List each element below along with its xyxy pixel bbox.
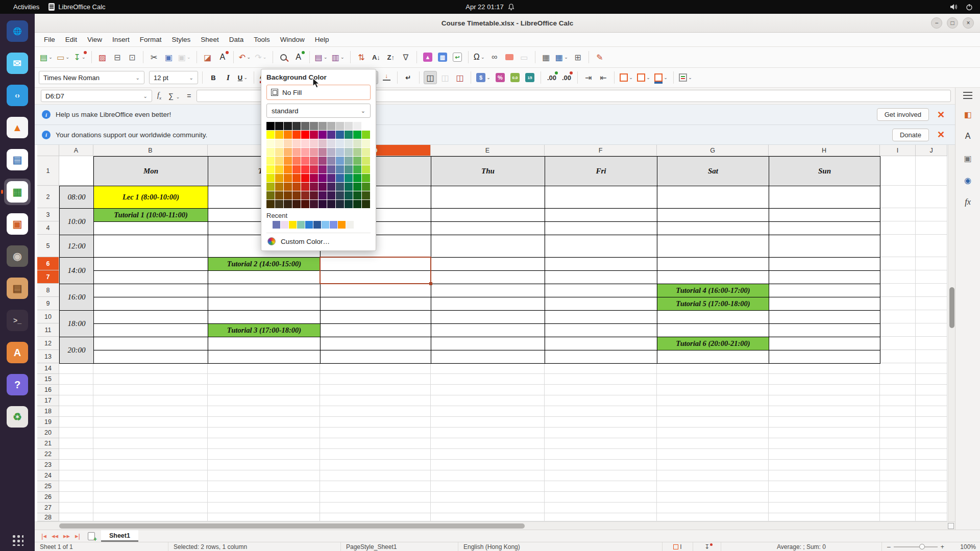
palette-swatch[interactable] — [301, 122, 309, 130]
date-format-icon[interactable]: 15 — [523, 71, 536, 84]
timetable-entry[interactable]: Tutorial 3 (17:00-18:00) — [208, 324, 321, 337]
unmerge-cells-icon[interactable]: ◫ — [453, 71, 467, 84]
row-header-12[interactable]: 12 — [37, 337, 59, 350]
palette-swatch[interactable] — [336, 191, 344, 199]
palette-swatch[interactable] — [318, 122, 327, 130]
palette-swatch[interactable] — [345, 157, 353, 165]
palette-swatch[interactable] — [266, 122, 275, 130]
palette-swatch[interactable] — [275, 200, 283, 208]
cell-D23[interactable] — [320, 460, 431, 470]
cell-G14[interactable] — [657, 363, 769, 374]
cell-C21[interactable] — [208, 438, 320, 449]
cell-A22[interactable] — [59, 449, 93, 460]
palette-swatch[interactable] — [310, 174, 318, 182]
styles-icon[interactable]: A — [961, 130, 974, 143]
currency-format-icon[interactable]: $⌄ — [475, 71, 492, 84]
cell-H18[interactable] — [769, 406, 880, 417]
row-header-26[interactable]: 26 — [37, 492, 59, 503]
palette-swatch[interactable] — [284, 200, 292, 208]
timetable-entry[interactable]: Tutorial 1 (10:00-11:00) — [94, 209, 208, 222]
zoom-slider[interactable]: –+ — [882, 542, 953, 551]
freeze-rows-columns-dropdown-icon[interactable]: ⌄ — [564, 55, 569, 60]
palette-swatch[interactable] — [362, 139, 370, 147]
palette-swatch[interactable] — [353, 200, 361, 208]
cell-J24[interactable] — [916, 470, 947, 481]
column-header-I[interactable]: I — [880, 145, 916, 156]
cell-I23[interactable] — [880, 460, 916, 470]
time-label-10:00[interactable]: 10:00 — [59, 208, 94, 235]
palette-swatch[interactable] — [301, 139, 309, 147]
timetable-cell-F10[interactable] — [545, 311, 657, 324]
timetable-cell-D10[interactable] — [321, 311, 431, 324]
palette-swatch[interactable] — [353, 148, 361, 156]
cell-I5[interactable] — [880, 235, 916, 257]
palette-swatch[interactable] — [362, 191, 370, 199]
power-icon[interactable] — [966, 4, 973, 11]
cell-J8[interactable] — [916, 284, 947, 297]
palette-swatch[interactable] — [284, 148, 292, 156]
cell-F22[interactable] — [545, 449, 657, 460]
palette-swatch[interactable] — [362, 183, 370, 191]
cell-A14[interactable] — [59, 363, 93, 374]
palette-swatch[interactable] — [336, 183, 344, 191]
palette-swatch[interactable] — [345, 148, 353, 156]
first-sheet-icon[interactable]: |◂ — [40, 532, 48, 540]
print-preview-icon[interactable]: ⊡ — [126, 51, 139, 64]
timetable-cell-B7[interactable] — [94, 271, 208, 284]
palette-swatch[interactable] — [318, 200, 327, 208]
timetable-cell-E11[interactable] — [431, 324, 545, 337]
properties-icon[interactable]: ◧ — [961, 108, 974, 121]
palette-swatch[interactable] — [362, 165, 370, 173]
cell-B19[interactable] — [93, 417, 208, 428]
menu-help[interactable]: Help — [310, 34, 334, 45]
palette-swatch[interactable] — [362, 157, 370, 165]
timetable-cell-H11[interactable] — [769, 324, 880, 337]
row-header-3[interactable]: 3 — [37, 208, 59, 221]
cell-I22[interactable] — [880, 449, 916, 460]
cell-C23[interactable] — [208, 460, 320, 470]
cell-F19[interactable] — [545, 417, 657, 428]
cell-G23[interactable] — [657, 460, 769, 470]
close-button[interactable]: × — [963, 17, 974, 29]
timetable-cell-E7[interactable] — [431, 271, 545, 284]
cell-D27[interactable] — [320, 503, 431, 513]
palette-swatch[interactable] — [275, 148, 283, 156]
palette-swatch[interactable] — [310, 139, 318, 147]
palette-swatch[interactable] — [301, 200, 309, 208]
cell-I2[interactable] — [880, 186, 916, 208]
align-bottom-icon[interactable]: ↓ — [380, 71, 393, 84]
menu-view[interactable]: View — [82, 34, 107, 45]
palette-swatch[interactable] — [284, 165, 292, 173]
cell-B17[interactable] — [93, 395, 208, 406]
cell-H28[interactable] — [769, 513, 880, 521]
cell-D28[interactable] — [320, 513, 431, 521]
palette-swatch[interactable] — [284, 139, 292, 147]
cell-J15[interactable] — [916, 374, 947, 385]
cell-J23[interactable] — [916, 460, 947, 470]
timetable-cell-H5[interactable] — [769, 235, 880, 258]
palette-swatch[interactable] — [327, 165, 335, 173]
timetable-cell-H2[interactable] — [769, 186, 880, 209]
insert-comment-icon[interactable] — [503, 51, 516, 64]
cell-I4[interactable] — [880, 221, 916, 235]
timetable-cell-E2[interactable] — [431, 186, 545, 209]
dock-item-thunderbird[interactable]: ✉ — [4, 50, 31, 77]
palette-swatch[interactable] — [310, 148, 318, 156]
recent-swatch[interactable] — [322, 221, 329, 229]
recent-swatch[interactable] — [313, 221, 321, 229]
title-bar[interactable]: Course Timetable.xlsx - LibreOffice Calc… — [35, 14, 980, 33]
cell-B22[interactable] — [93, 449, 208, 460]
column-header-E[interactable]: E — [431, 145, 545, 156]
timetable-cell-B5[interactable] — [94, 235, 208, 258]
cell-B14[interactable] — [93, 363, 208, 374]
merge-cells-icon[interactable]: ◫ — [438, 71, 452, 84]
palette-swatch[interactable] — [336, 139, 344, 147]
autofilter-icon[interactable]: ∇ — [399, 51, 412, 64]
timetable-cell-F11[interactable] — [545, 324, 657, 337]
timetable-cell-F13[interactable] — [545, 350, 657, 364]
vertical-scrollbar[interactable] — [948, 145, 955, 521]
recent-swatch[interactable] — [297, 221, 305, 229]
freeze-rows-columns-icon[interactable]: ▦⌄ — [554, 51, 570, 64]
cell-G15[interactable] — [657, 374, 769, 385]
timetable-cell-G10[interactable] — [657, 311, 769, 324]
